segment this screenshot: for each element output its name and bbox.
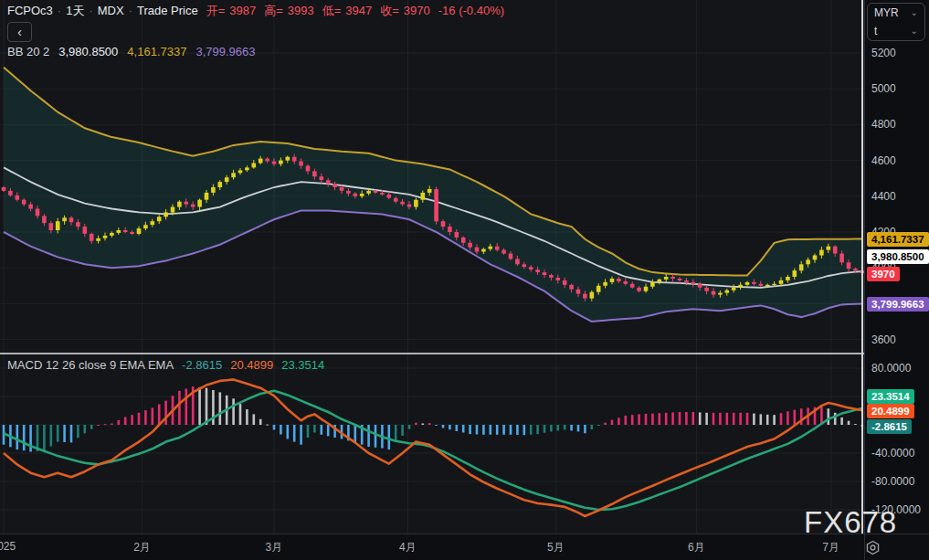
bb-upper-value: 4,161.7337	[127, 45, 186, 58]
price-badge: 3,799.9663	[867, 297, 929, 312]
macd-pane-chart[interactable]	[0, 354, 864, 534]
open-label: 开=	[206, 3, 226, 19]
dot-separator: ·	[129, 4, 132, 17]
chevron-left-icon: ‹	[17, 24, 22, 39]
macd-signal-value: 23.3514	[281, 358, 324, 372]
pane-right-edge-line	[861, 0, 863, 534]
low-label: 低=	[322, 3, 342, 19]
interval-label[interactable]: 1天	[66, 3, 84, 19]
high-value: 3993	[288, 4, 314, 17]
time-tick-label: 7月	[822, 540, 839, 555]
trading-chart-app: FCPOc3 · 1天 · MDX · Trade Price 开=3987 高…	[0, 0, 929, 560]
macd-line-value: 20.4899	[230, 358, 273, 372]
price-scale[interactable]: MYR ⌄ t ⌄ 520050004800460044004200400038…	[864, 0, 929, 534]
bb-basis-value: 3,980.8500	[58, 45, 118, 58]
price-tick-label: 4800	[871, 118, 896, 131]
series-type-label: Trade Price	[137, 4, 198, 17]
macd-badge: 20.4899	[867, 404, 914, 418]
macd-tick-label: 80.0000	[871, 362, 911, 375]
unit-label: t	[874, 25, 877, 37]
price-tick-label: 4400	[871, 190, 896, 203]
watermark: FX678	[804, 505, 897, 540]
macd-badge: 23.3514	[867, 389, 914, 404]
currency-dropdown[interactable]: MYR ⌄	[868, 4, 924, 22]
close-value: 3970	[404, 4, 430, 17]
pane-divider[interactable]	[0, 353, 929, 354]
price-tick-label: 3600	[871, 333, 896, 346]
currency-unit-selector: MYR ⌄ t ⌄	[867, 3, 925, 41]
price-badge: 4,161.7337	[867, 232, 929, 247]
macd-hist-value: -2.8615	[182, 358, 222, 372]
currency-label: MYR	[874, 6, 899, 19]
macd-badge: -2.8615	[867, 419, 912, 434]
bollinger-legend: BB 20 2 3,980.8500 4,161.7337 3,799.9663	[7, 45, 256, 58]
symbol-header: FCPOc3 · 1天 · MDX · Trade Price 开=3987 高…	[7, 3, 504, 18]
price-badge: 3,980.8500	[867, 249, 929, 264]
unit-dropdown[interactable]: t ⌄	[868, 22, 924, 40]
time-tick-label: 2月	[133, 540, 151, 555]
dot-separator: ·	[89, 4, 92, 17]
axis-settings-icon[interactable]	[865, 540, 881, 555]
time-tick-label: 6月	[688, 540, 705, 555]
change-value: -16 (-0.40%)	[438, 4, 504, 17]
macd-tick-label: -80.0000	[871, 475, 914, 488]
time-tick-label: 3月	[266, 540, 283, 555]
low-value: 3947	[345, 4, 372, 17]
price-tick-label: 4600	[871, 154, 896, 167]
macd-title[interactable]: MACD 12 26 close 9 EMA EMA	[7, 358, 174, 372]
time-tick-label: 4月	[399, 540, 417, 555]
bb-title[interactable]: BB 20 2	[7, 45, 49, 58]
bb-lower-value: 3,799.9663	[195, 45, 255, 58]
high-label: 高=	[264, 3, 283, 19]
exchange-label: MDX	[98, 4, 124, 17]
price-tick-label: 5200	[871, 47, 896, 59]
time-tick-label: 2025	[0, 540, 16, 553]
dot-separator: ·	[58, 4, 61, 17]
time-tick-label: 5月	[547, 540, 565, 555]
price-badge: 3970	[867, 267, 900, 281]
chevron-down-icon: ⌄	[911, 8, 918, 17]
time-scale[interactable]: 20252月3月4月5月6月7月	[0, 534, 929, 560]
back-button[interactable]: ‹	[7, 22, 32, 42]
symbol-name[interactable]: FCPOc3	[7, 4, 53, 17]
close-label: 收=	[380, 3, 399, 19]
chevron-down-icon: ⌄	[911, 26, 918, 36]
macd-legend: MACD 12 26 close 9 EMA EMA -2.8615 20.48…	[7, 358, 324, 372]
open-value: 3987	[229, 4, 256, 17]
macd-tick-label: -40.0000	[871, 447, 914, 460]
price-tick-label: 5000	[871, 82, 896, 95]
